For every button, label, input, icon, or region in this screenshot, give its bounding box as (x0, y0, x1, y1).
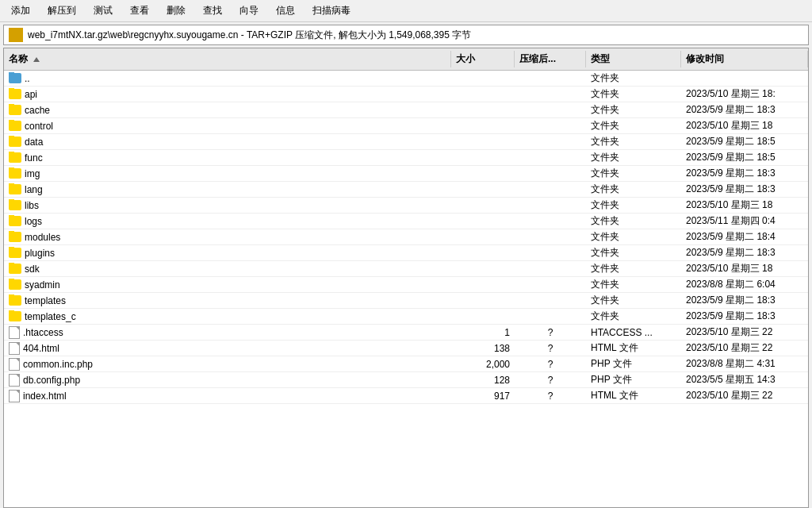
file-type-cell: 文件夹 (586, 309, 681, 324)
header-type: 类型 (586, 51, 681, 67)
file-name-label: index.html (23, 391, 67, 402)
file-name-cell: index.html (4, 389, 451, 403)
file-modified-cell: 2023/5/9 星期二 18:3 (681, 182, 808, 197)
folder-icon (9, 248, 21, 258)
table-row[interactable]: sdk文件夹2023/5/10 星期三 18 (4, 261, 808, 277)
file-name-label: control (25, 121, 53, 132)
file-modified-cell: 2023/5/10 星期三 22 (681, 388, 808, 403)
table-row[interactable]: common.inc.php2,000?PHP 文件2023/8/8 星期二 4… (4, 356, 808, 372)
file-type-cell: HTML 文件 (586, 388, 681, 403)
folder-icon (9, 279, 21, 290)
table-row[interactable]: control文件夹2023/5/10 星期三 18 (4, 118, 808, 134)
table-row[interactable]: syadmin文件夹2023/8/8 星期二 6:04 (4, 277, 808, 293)
file-name-cell: modules (4, 231, 451, 244)
table-row[interactable]: cache文件夹2023/5/9 星期二 18:3 (4, 102, 808, 118)
file-name-label: sdk (25, 264, 40, 275)
file-name-label: lang (25, 184, 43, 195)
file-modified-cell: 2023/8/8 星期二 6:04 (681, 277, 808, 292)
header-name: 名称 (4, 51, 451, 67)
file-name-label: func (25, 152, 43, 164)
header-compressed: 压缩后... (515, 51, 586, 67)
file-icon (9, 358, 20, 371)
file-type-cell: 文件夹 (586, 118, 681, 133)
file-modified-cell: 2023/5/9 星期二 18:5 (681, 134, 808, 149)
file-name-cell: libs (4, 199, 451, 212)
file-name-cell: templates_c (4, 310, 451, 323)
file-type-cell: HTML 文件 (586, 341, 681, 356)
file-type-cell: 文件夹 (586, 277, 681, 292)
table-row[interactable]: db.config.php128?PHP 文件2023/5/5 星期五 14:3 (4, 372, 808, 388)
table-row[interactable]: ..文件夹 (4, 71, 808, 87)
file-name-cell: func (4, 152, 451, 164)
menu-item-解压到[interactable]: 解压到 (40, 2, 84, 20)
menu-item-查找[interactable]: 查找 (195, 2, 230, 20)
table-row[interactable]: 404.html138?HTML 文件2023/5/10 星期三 22 (4, 341, 808, 356)
file-name-label: logs (25, 216, 42, 227)
file-name-label: modules (25, 232, 60, 243)
file-name-label: 404.html (23, 343, 59, 354)
file-size-cell (451, 221, 515, 222)
folder-icon (9, 216, 21, 226)
file-compressed-cell: ? (515, 342, 586, 355)
table-row[interactable]: modules文件夹2023/5/9 星期二 18:4 (4, 229, 808, 245)
file-name-label: db.config.php (23, 375, 80, 386)
header-modified: 修改时间 (681, 51, 808, 67)
table-row[interactable]: index.html917?HTML 文件2023/5/10 星期三 22 (4, 388, 808, 404)
menu-item-测试[interactable]: 测试 (86, 2, 121, 20)
file-type-cell: HTACCESS ... (586, 326, 681, 339)
folder-icon (9, 89, 21, 99)
file-type-cell: 文件夹 (586, 214, 681, 229)
file-size-cell (451, 316, 515, 318)
file-size-cell: 2,000 (451, 358, 515, 371)
file-name-cell: templates (4, 294, 451, 307)
file-name-label: img (25, 168, 40, 179)
table-row[interactable]: lang文件夹2023/5/9 星期二 18:3 (4, 182, 808, 198)
file-size-cell (451, 141, 515, 143)
file-size-cell (451, 284, 515, 286)
folder-icon (9, 264, 21, 274)
file-size-cell (451, 189, 515, 190)
file-modified-cell: 2023/5/9 星期二 18:4 (681, 229, 808, 244)
table-row[interactable]: func文件夹2023/5/9 星期二 18:5 (4, 150, 808, 166)
file-size-cell (451, 157, 515, 159)
file-size-cell (451, 78, 515, 79)
file-compressed-cell: ? (515, 326, 586, 339)
file-compressed-cell (515, 157, 586, 159)
table-row[interactable]: img文件夹2023/5/9 星期二 18:3 (4, 166, 808, 182)
file-name-cell: control (4, 120, 451, 133)
menu-item-删除[interactable]: 删除 (159, 2, 193, 20)
file-size-cell (451, 94, 515, 95)
menu-item-扫描病毒[interactable]: 扫描病毒 (304, 2, 358, 20)
table-row[interactable]: plugins文件夹2023/5/9 星期二 18:3 (4, 245, 808, 261)
table-row[interactable]: templates文件夹2023/5/9 星期二 18:3 (4, 293, 808, 309)
table-row[interactable]: logs文件夹2023/5/11 星期四 0:4 (4, 214, 808, 229)
table-row[interactable]: .htaccess1?HTACCESS ...2023/5/10 星期三 22 (4, 325, 808, 341)
file-compressed-cell (515, 237, 586, 238)
menu-item-查看[interactable]: 查看 (122, 2, 157, 20)
table-row[interactable]: libs文件夹2023/5/10 星期三 18 (4, 198, 808, 214)
file-compressed-cell (515, 316, 586, 318)
file-name-label: libs (25, 200, 39, 211)
file-size-cell (451, 173, 515, 175)
table-row[interactable]: templates_c文件夹2023/5/9 星期二 18:3 (4, 309, 808, 325)
table-body[interactable]: ..文件夹api文件夹2023/5/10 星期三 18:cache文件夹2023… (4, 71, 808, 507)
menu-item-信息[interactable]: 信息 (268, 2, 303, 20)
file-name-label: common.inc.php (23, 359, 93, 370)
table-row[interactable]: data文件夹2023/5/9 星期二 18:5 (4, 134, 808, 150)
file-size-cell: 917 (451, 390, 515, 402)
file-size-cell: 1 (451, 326, 515, 339)
file-compressed-cell (515, 94, 586, 95)
file-type-cell: 文件夹 (586, 245, 681, 260)
menu-item-向导[interactable]: 向导 (232, 2, 266, 20)
file-type-cell: PHP 文件 (586, 356, 681, 371)
file-compressed-cell: ? (515, 374, 586, 387)
table-row[interactable]: api文件夹2023/5/10 星期三 18: (4, 87, 808, 102)
menu-item-添加[interactable]: 添加 (3, 2, 38, 20)
file-name-cell: common.inc.php (4, 357, 451, 371)
file-modified-cell: 2023/5/9 星期二 18:3 (681, 166, 808, 181)
file-type-cell: 文件夹 (586, 134, 681, 149)
file-compressed-cell: ? (515, 358, 586, 371)
folder-icon (9, 137, 21, 147)
file-modified-cell: 2023/5/10 星期三 18: (681, 87, 808, 102)
file-modified-cell: 2023/5/9 星期二 18:3 (681, 245, 808, 260)
